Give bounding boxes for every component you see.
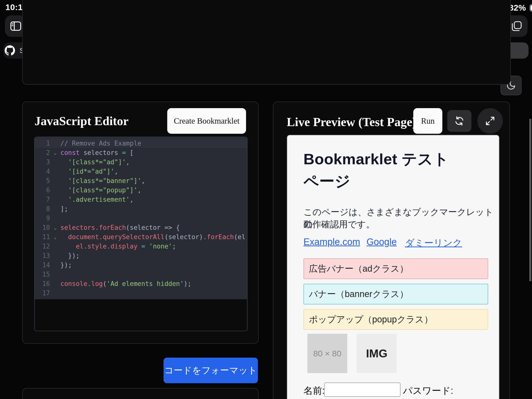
fold-gutter <box>50 242 60 251</box>
code-line: 6 '[class*="popup"]', <box>35 185 247 195</box>
link-example[interactable]: Example.com <box>303 237 360 247</box>
github-icon <box>5 45 15 56</box>
fold-gutter <box>50 176 60 185</box>
fold-gutter <box>50 157 60 167</box>
banner-label: バナー（bannerクラス） <box>309 288 408 300</box>
code-line: 5 '[class*="banner"]', <box>35 176 247 185</box>
fullscreen-preview-button[interactable] <box>477 108 503 134</box>
code-line: 14}); <box>35 260 247 270</box>
refresh-icon <box>454 116 465 126</box>
name-field-label: 名前: <box>303 384 325 397</box>
name-input[interactable] <box>324 382 400 397</box>
fold-gutter <box>50 279 60 288</box>
fold-gutter <box>50 270 60 279</box>
test-page-heading-line2: ページ <box>303 171 350 192</box>
image-placeholder-img: IMG <box>357 334 397 373</box>
fold-gutter <box>50 139 60 148</box>
code-line: 11⌄ document.querySelectorAll(selector).… <box>35 232 247 242</box>
code-line: 10⌄selectors.forEach(selector => { <box>35 223 247 232</box>
refresh-preview-button[interactable] <box>447 110 471 132</box>
fold-arrow-icon[interactable]: ⌄ <box>50 223 60 232</box>
fold-arrow-icon[interactable]: ⌄ <box>50 232 60 242</box>
code-line: 13 }); <box>35 251 247 260</box>
ad-banner-label: 広告バナー（adクラス） <box>309 263 408 275</box>
code-line: 12 el.style.display = 'none'; <box>35 242 247 251</box>
code-line: 3 '[class*="ad"]', <box>35 157 247 167</box>
fold-gutter <box>50 260 60 270</box>
test-page-heading-line1: Bookmarklet テスト <box>303 149 449 169</box>
fold-arrow-icon[interactable]: ⌄ <box>50 148 60 157</box>
fold-gutter <box>50 185 60 195</box>
run-button[interactable]: Run <box>413 108 442 134</box>
javascript-editor-card: JavaScript Editor Create Bookmarklet 1//… <box>22 101 259 344</box>
page-scrollbar[interactable] <box>529 119 531 281</box>
format-code-button[interactable]: コードをフォーマット <box>164 358 258 383</box>
ad-banner-box: 広告バナー（adクラス） <box>303 258 488 279</box>
fold-gutter <box>50 195 60 204</box>
screen: 10:15 11月13日(木) 82% <box>0 0 532 399</box>
code-line: 8]; <box>35 204 247 214</box>
code-area[interactable]: 1// Remove Ads Example2⌄const selectors … <box>35 137 247 299</box>
code-line: 9 <box>35 214 247 223</box>
code-editor[interactable]: 1// Remove Ads Example2⌄const selectors … <box>34 137 248 331</box>
image-placeholder-80x80: 80 × 80 <box>307 334 347 373</box>
code-line: 15 <box>35 270 247 279</box>
preview-title: Live Preview (Test Page) <box>287 115 416 129</box>
battery-icon <box>530 4 532 12</box>
sidebar-icon <box>10 21 21 31</box>
test-page-description-line2: 動作確認用です。 <box>303 218 375 231</box>
link-dummy[interactable]: ダミーリンク <box>405 237 462 249</box>
popup-box: ポップアップ（popupクラス） <box>303 309 488 330</box>
fold-gutter <box>50 288 60 298</box>
live-preview-card: Live Preview (Test Page) Run Bookmarklet… <box>273 101 510 399</box>
editor-title: JavaScript Editor <box>34 114 129 128</box>
battery-percent: 82% <box>509 3 526 13</box>
preview-test-page: Bookmarklet テスト ページ このページは、さまざまなブックマークレッ… <box>287 135 499 399</box>
tabs-icon <box>511 21 522 32</box>
banner-box: バナー（bannerクラス） <box>303 284 488 304</box>
code-line: 7 '.advertisement', <box>35 195 247 204</box>
fold-gutter <box>50 167 60 176</box>
code-line: 16console.log('Ad elements hidden'); <box>35 279 247 288</box>
fold-gutter <box>50 251 60 260</box>
create-bookmarklet-button[interactable]: Create Bookmarklet <box>167 108 246 134</box>
code-line: 2⌄const selectors = [ <box>35 148 247 157</box>
fold-gutter <box>50 204 60 214</box>
password-field-label: パスワード: <box>403 384 453 397</box>
code-line: 17 <box>35 288 247 298</box>
code-line: 4 '[id*="ad"]', <box>35 167 247 176</box>
link-google[interactable]: Google <box>366 237 397 247</box>
expand-icon <box>485 116 495 126</box>
fold-gutter <box>50 214 60 223</box>
bottom-section-card <box>22 388 259 399</box>
popup-label: ポップアップ（popupクラス） <box>309 314 433 326</box>
top-section-card <box>22 0 511 85</box>
code-line: 1// Remove Ads Example <box>35 139 247 148</box>
